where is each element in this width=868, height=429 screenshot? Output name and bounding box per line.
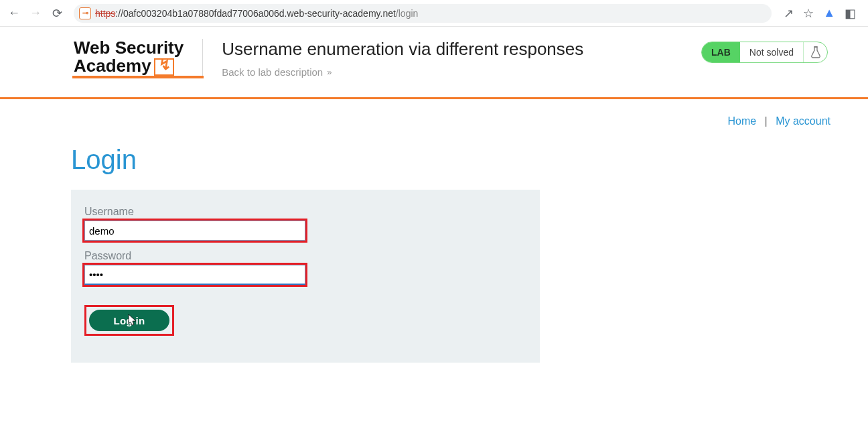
password-input[interactable] <box>84 265 305 285</box>
back-to-description-link[interactable]: Back to lab description » <box>222 66 328 78</box>
page-title: Login <box>71 145 830 175</box>
bookmark-icon[interactable]: ☆ <box>803 6 814 21</box>
login-form: Username Password Log in <box>71 190 540 363</box>
side-panel-icon[interactable]: ◧ <box>845 6 856 21</box>
bolt-icon <box>154 58 174 76</box>
forward-button[interactable]: → <box>28 6 43 21</box>
logo-line-1: Web Security <box>74 38 184 58</box>
back-button[interactable]: ← <box>7 6 21 21</box>
address-bar[interactable]: ⊸ https://0afc003204b1a07880fdad77006a00… <box>74 4 772 23</box>
top-nav-links: Home | My account <box>71 99 830 131</box>
content: Home | My account Login Username Passwor… <box>0 99 868 363</box>
password-label: Password <box>84 250 526 262</box>
wsa-logo: Web Security Academy <box>74 39 184 76</box>
lab-title: Username enumeration via different respo… <box>222 39 583 60</box>
page: Web Security Academy Username enumeratio… <box>0 27 868 363</box>
extension-icon[interactable]: ▲ <box>823 6 835 20</box>
flask-icon <box>803 42 827 62</box>
login-button[interactable]: Log in <box>89 310 169 331</box>
lab-status-pill: LAB Not solved <box>701 42 828 63</box>
login-button-highlight: Log in <box>84 305 174 336</box>
lab-status-text: Not solved <box>740 47 803 58</box>
home-link[interactable]: Home <box>727 115 756 127</box>
browser-toolbar: ← → ⟳ ⊸ https://0afc003204b1a07880fdad77… <box>0 0 868 27</box>
share-icon[interactable]: ↗ <box>784 6 794 21</box>
logo-line-2: Academy <box>74 56 151 76</box>
my-account-link[interactable]: My account <box>776 115 830 127</box>
chevron-right-icon: » <box>327 67 328 77</box>
lab-badge: LAB <box>702 42 740 62</box>
url-text: https://0afc003204b1a07880fdad77006a006d… <box>95 8 418 19</box>
site-identity-icon[interactable]: ⊸ <box>79 7 91 19</box>
browser-actions: ↗ ☆ ▲ ◧ <box>778 6 861 21</box>
username-input[interactable] <box>84 221 305 241</box>
nav-separator: | <box>765 115 768 127</box>
username-label: Username <box>84 206 526 218</box>
reload-button[interactable]: ⟳ <box>50 6 64 21</box>
